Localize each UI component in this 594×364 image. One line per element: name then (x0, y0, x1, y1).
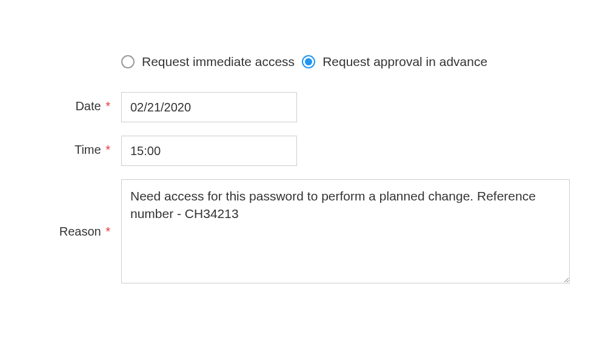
radio-advance-label: Request approval in advance (322, 55, 487, 69)
access-type-radio-group: Request immediate access Request approva… (121, 55, 570, 69)
radio-icon (302, 55, 315, 68)
required-star-icon: * (105, 99, 110, 113)
reason-label-cell: Reason * (24, 225, 121, 239)
time-label-cell: Time * (24, 136, 121, 157)
date-field[interactable] (121, 92, 297, 122)
time-label: Time (75, 143, 101, 156)
reason-field[interactable] (121, 179, 570, 283)
date-label-cell: Date * (24, 92, 121, 113)
access-request-form: Request immediate access Request approva… (24, 55, 570, 283)
radio-icon (121, 55, 135, 68)
radio-immediate-label: Request immediate access (142, 55, 295, 69)
radio-selected-dot (305, 58, 312, 65)
time-field[interactable] (121, 136, 297, 166)
radio-approval-advance[interactable]: Request approval in advance (302, 55, 487, 69)
form-row-reason: Reason * (24, 179, 570, 283)
radio-immediate-access[interactable]: Request immediate access (121, 55, 295, 69)
form-row-time: Time * (24, 136, 570, 166)
reason-label: Reason (59, 225, 101, 238)
form-row-date: Date * (24, 92, 570, 122)
required-star-icon: * (105, 143, 110, 156)
date-label: Date (75, 99, 101, 113)
required-star-icon: * (105, 225, 110, 238)
